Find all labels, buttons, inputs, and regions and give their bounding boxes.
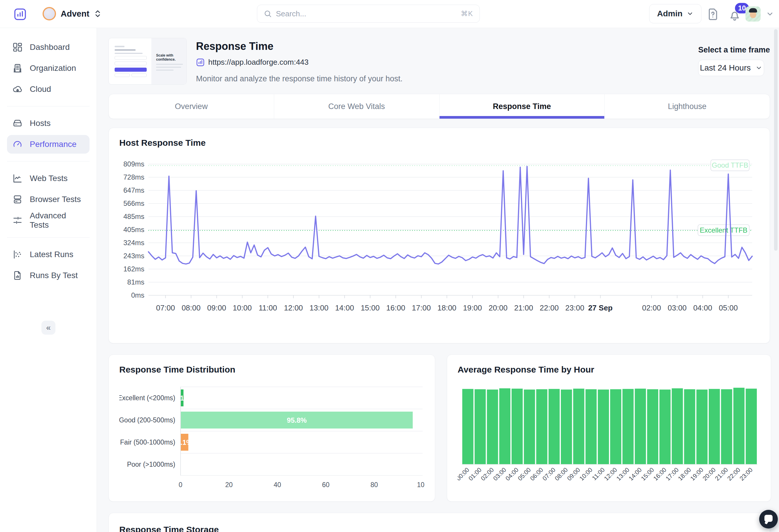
advanced-tests-icon: [12, 215, 23, 225]
svg-text:18:00: 18:00: [677, 466, 692, 482]
tab-bar: OverviewCore Web VitalsResponse TimeLigh…: [109, 94, 770, 119]
app-root: Advent ⌘K Admin: [0, 0, 779, 532]
latest-runs-icon: [12, 249, 23, 260]
help-button[interactable]: [706, 7, 720, 21]
svg-text:100: 100: [417, 481, 424, 488]
host-thumbnail: Scale with confidence.: [109, 38, 187, 84]
host-url[interactable]: https://app.loadforge.com:443: [208, 58, 309, 67]
svg-text:20:00: 20:00: [702, 466, 717, 482]
app-logo-icon[interactable]: [13, 8, 27, 21]
svg-text:06:00: 06:00: [529, 466, 544, 482]
page-header-text: Response Time https://app.loadforge.com:…: [196, 38, 403, 83]
search-bar[interactable]: ⌘K: [257, 5, 480, 23]
svg-text:05:00: 05:00: [517, 466, 532, 482]
workspace-name: Advent: [61, 9, 89, 19]
sidebar-item-runs-by-test[interactable]: Runs By Test: [7, 266, 89, 285]
svg-text:3.1%: 3.1%: [177, 439, 193, 446]
svg-text:11:00: 11:00: [591, 466, 606, 481]
svg-text:03:00: 03:00: [668, 304, 686, 312]
timeframe-select[interactable]: Last 24 Hours: [698, 60, 764, 76]
thumbnail-login-mock: [109, 38, 152, 84]
sidebar-item-browser-tests[interactable]: Browser Tests: [7, 190, 89, 209]
svg-text:10:00: 10:00: [233, 304, 252, 312]
sidebar-item-organization[interactable]: Organization: [7, 59, 89, 77]
sidebar-item-advanced-tests[interactable]: Advanced Tests: [7, 211, 89, 230]
chat-widget-button[interactable]: [759, 510, 778, 529]
svg-text:Good (200-500ms): Good (200-500ms): [119, 416, 175, 424]
tab-core-web-vitals[interactable]: Core Web Vitals: [274, 94, 439, 119]
topbar: Advent ⌘K Admin: [0, 0, 779, 28]
charts-row: Response Time Distribution Excellent (<2…: [109, 354, 770, 502]
svg-text:16:00: 16:00: [386, 304, 405, 312]
svg-text:09:00: 09:00: [207, 304, 226, 312]
page-header: Scale with confidence. Response Time htt…: [109, 38, 770, 84]
sidebar-item-label: Latest Runs: [30, 250, 73, 259]
svg-text:05:00: 05:00: [719, 304, 738, 312]
svg-text:728ms: 728ms: [123, 173, 144, 181]
admin-menu-button[interactable]: Admin: [649, 4, 702, 23]
chevron-down-icon: [686, 10, 694, 17]
tab-label: Response Time: [493, 102, 551, 111]
sidebar-item-label: Organization: [30, 64, 76, 73]
svg-text:0: 0: [179, 481, 183, 488]
search-icon: [264, 10, 272, 18]
svg-text:07:00: 07:00: [156, 304, 175, 312]
hourly-title: Average Response Time by Hour: [458, 365, 760, 375]
svg-text:Fair (500-1000ms): Fair (500-1000ms): [120, 439, 175, 446]
svg-text:08:00: 08:00: [182, 304, 201, 312]
svg-text:162ms: 162ms: [123, 265, 144, 273]
svg-text:19:00: 19:00: [463, 304, 482, 312]
sidebar-item-cloud[interactable]: Cloud: [7, 80, 89, 98]
tab-response-time[interactable]: Response Time: [439, 94, 605, 119]
svg-text:17:00: 17:00: [412, 304, 431, 312]
sidebar-item-web-tests[interactable]: Web Tests: [7, 169, 89, 188]
svg-text:10:00: 10:00: [578, 466, 594, 482]
user-avatar[interactable]: [745, 6, 761, 21]
tab-label: Core Web Vitals: [328, 102, 385, 111]
sidebar-item-label: Advanced Tests: [30, 211, 84, 230]
svg-text:19:00: 19:00: [689, 466, 704, 482]
user-menu-chevron-icon[interactable]: [766, 10, 774, 18]
sidebar-collapse-button[interactable]: «: [42, 321, 55, 335]
notifications-button[interactable]: 10: [727, 8, 742, 22]
svg-text:07:00: 07:00: [541, 466, 556, 482]
svg-text:04:00: 04:00: [504, 466, 520, 482]
sidebar: DashboardOrganizationCloudHostsPerforman…: [0, 28, 97, 532]
tab-overview[interactable]: Overview: [109, 94, 274, 119]
svg-text:13:00: 13:00: [309, 304, 328, 312]
svg-text:02:00: 02:00: [479, 466, 495, 482]
svg-text:20:00: 20:00: [488, 304, 507, 312]
tab-label: Overview: [175, 102, 208, 111]
sidebar-item-label: Hosts: [30, 119, 51, 128]
timeframe-value: Last 24 Hours: [700, 63, 751, 73]
tab-lighthouse[interactable]: Lighthouse: [604, 94, 770, 119]
svg-text:13:00: 13:00: [615, 466, 631, 482]
sidebar-item-performance[interactable]: Performance: [7, 135, 89, 154]
svg-text:27 Sep: 27 Sep: [588, 304, 613, 312]
page-title: Response Time: [196, 40, 403, 53]
sidebar-item-hosts[interactable]: Hosts: [7, 114, 89, 133]
svg-text:Excellent TTFB: Excellent TTFB: [700, 226, 747, 234]
sidebar-item-dashboard[interactable]: Dashboard: [7, 38, 89, 57]
performance-icon: [12, 139, 23, 149]
web-tests-icon: [12, 173, 23, 184]
workspace-switcher[interactable]: Advent: [43, 7, 102, 20]
sidebar-item-label: Runs By Test: [30, 271, 77, 280]
host-chart-title: Host Response Time: [119, 138, 759, 148]
svg-text:15:00: 15:00: [361, 304, 380, 312]
svg-text:22:00: 22:00: [726, 466, 741, 482]
sidebar-item-latest-runs[interactable]: Latest Runs: [7, 245, 89, 264]
svg-text:0ms: 0ms: [131, 291, 144, 299]
svg-text:12:00: 12:00: [603, 466, 618, 482]
scrollbar-thumb[interactable]: [774, 29, 778, 251]
dashboard-icon: [12, 42, 23, 53]
host-response-time-card: Host Response Time 809ms728ms647ms566ms4…: [109, 128, 770, 343]
sidebar-item-label: Web Tests: [30, 174, 68, 183]
hourly-chart: 00:0001:0002:0003:0004:0005:0006:0007:00…: [458, 382, 760, 495]
svg-text:15:00: 15:00: [640, 466, 655, 482]
svg-text:81ms: 81ms: [127, 278, 144, 286]
svg-text:40: 40: [274, 481, 281, 488]
distribution-chart: Excellent (<200ms)1.1%Good (200-500ms)95…: [119, 385, 424, 496]
updown-chevron-icon: [94, 9, 102, 18]
search-input[interactable]: [276, 9, 457, 18]
